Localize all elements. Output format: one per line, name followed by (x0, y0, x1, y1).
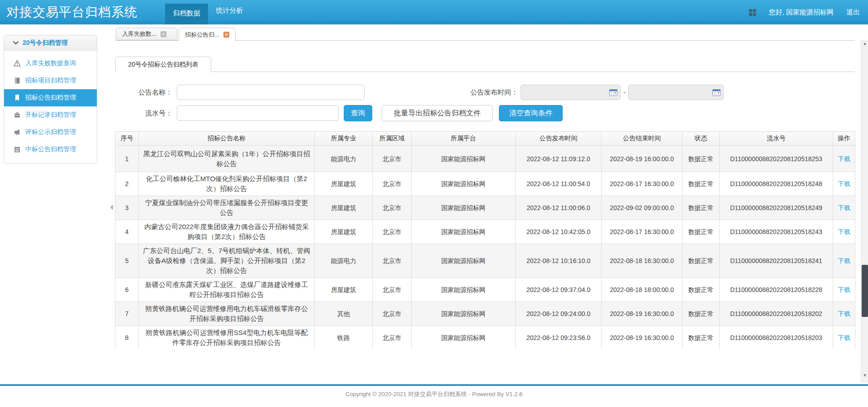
cell-status: 数据正常 (683, 146, 720, 172)
sidebar-item-label: 招标项目归档管理 (25, 77, 76, 85)
sidebar-group-header[interactable]: 20号令归档管理 (4, 35, 97, 51)
sidebar-item-failed-data-query[interactable]: 入库失败数据查询 (4, 55, 97, 72)
cell-announcement-name: 黑龙江公司双鸭山公司尿素采购（1年）公开招标项目招标公告 (139, 146, 315, 172)
cell-platform: 国家能源招标网 (412, 146, 516, 172)
cell-platform: 国家能源招标网 (412, 244, 516, 278)
cell-publish-time: 2022-08-12 09:24:00.0 (516, 302, 602, 326)
cell-seq: 2 (115, 172, 139, 196)
cell-serial: D1100000088202208120518249 (720, 196, 833, 220)
bookmark-icon (14, 94, 21, 101)
cell-status: 数据正常 (683, 278, 720, 302)
cell-action: 下载 (833, 220, 855, 244)
announcement-name-input[interactable] (177, 85, 365, 100)
cell-announcement-name: 宁夏煤业煤制油分公司带压堵漏服务公开招标项目变更公告 (139, 196, 315, 220)
navbar-right: 您好, 国家能源招标网 退出 (749, 0, 860, 24)
tab-label: 招标公告归... (185, 31, 219, 39)
col-header-status: 状态 (683, 132, 720, 146)
sidebar-item-award-announcement-archive[interactable]: 中标公告归档管理 (4, 141, 97, 158)
cell-end-time: 2022-08-19 16:30:00.0 (602, 302, 683, 326)
vertical-scrollbar[interactable]: ▲ ▼ (861, 40, 868, 383)
col-header-action: 操作 (833, 132, 855, 146)
cell-end-time: 2022-08-17 16:30:00.0 (602, 172, 683, 196)
scroll-down-icon[interactable]: ▼ (861, 372, 868, 379)
cell-major: 能源电力 (315, 244, 373, 278)
chevron-down-icon (13, 41, 19, 45)
sidebar-item-tender-announcement-archive[interactable]: 招标公告归档管理 (4, 89, 97, 106)
publish-time-label: 公告发布时间： (459, 85, 518, 100)
download-link[interactable]: 下载 (838, 310, 850, 317)
footer-copyright: Copyright © 2020-2021 对接交易平台归档系统 - Power… (0, 390, 868, 398)
nav-item-archive-data[interactable]: 归档数据 (165, 4, 208, 24)
download-link[interactable]: 下载 (838, 228, 850, 235)
cell-seq: 7 (115, 302, 139, 326)
publish-time-start-input[interactable] (521, 85, 621, 100)
cell-publish-time: 2022-08-12 11:00:54.0 (516, 172, 602, 196)
sidebar-collapse-arrow-icon[interactable] (110, 205, 113, 210)
table-row: 1 黑龙江公司双鸭山公司尿素采购（1年）公开招标项目招标公告 能源电力 北京市 … (115, 146, 855, 172)
sidebar-group-label: 20号令归档管理 (23, 39, 68, 47)
serial-number-input[interactable] (177, 105, 339, 121)
col-header-serial: 流水号 (720, 132, 833, 146)
cell-region: 北京市 (373, 302, 412, 326)
tab-tender-announcement[interactable]: 招标公告归... ✕ (179, 28, 236, 41)
sidebar-item-label: 入库失败数据查询 (25, 59, 76, 67)
cell-major: 房屋建筑 (315, 172, 373, 196)
cell-seq: 4 (115, 220, 139, 244)
scroll-up-icon[interactable]: ▲ (861, 40, 868, 47)
cell-seq: 8 (115, 326, 139, 350)
col-header-platform: 所属平台 (412, 132, 516, 146)
cell-publish-time: 2022-08-12 10:16:10.0 (516, 244, 602, 278)
clear-conditions-button[interactable]: 清空查询条件 (499, 105, 563, 121)
cell-region: 北京市 (373, 146, 412, 172)
cell-action: 下载 (833, 172, 855, 196)
batch-export-button[interactable]: 批量导出招标公告归档文件 (382, 105, 493, 121)
download-link[interactable]: 下载 (838, 286, 850, 293)
cell-status: 数据正常 (683, 172, 720, 196)
cell-announcement-name: 化工公司榆林化工MTO催化剂采购公开招标项目（第2次）招标公告 (139, 172, 315, 196)
cell-action: 下载 (833, 146, 855, 172)
sidebar-item-tender-project-archive[interactable]: 招标项目归档管理 (4, 72, 97, 89)
query-button[interactable]: 查询 (344, 105, 372, 121)
cell-platform: 国家能源招标网 (412, 172, 516, 196)
cell-publish-time: 2022-08-12 09:37:04.0 (516, 278, 602, 302)
cell-serial: D1100000088202208120518241 (720, 244, 833, 278)
apps-grid-icon[interactable] (749, 9, 756, 16)
logout-link[interactable]: 退出 (846, 8, 860, 17)
warning-icon (14, 60, 21, 67)
download-link[interactable]: 下载 (838, 334, 850, 341)
nav-item-statistics[interactable]: 统计分析 (208, 0, 251, 21)
calendar-icon[interactable] (712, 89, 721, 96)
cell-action: 下载 (833, 326, 855, 350)
download-link[interactable]: 下载 (838, 204, 850, 211)
col-header-end-time: 公告结束时间 (602, 132, 683, 146)
serial-number-label: 流水号： (118, 105, 172, 121)
sidebar-item-label: 评标公示归档管理 (25, 128, 76, 136)
download-link[interactable]: 下载 (838, 155, 850, 163)
col-header-major: 所属专业 (315, 132, 373, 146)
cell-serial: D1100000088202208120518202 (720, 302, 833, 326)
cell-status: 数据正常 (683, 220, 720, 244)
download-link[interactable]: 下载 (838, 180, 850, 187)
cell-publish-time: 2022-08-12 11:09:12.0 (516, 146, 602, 172)
cell-major: 房屋建筑 (315, 220, 373, 244)
tab-failed-data[interactable]: 入库失败数... ✕ (116, 28, 177, 40)
cell-status: 数据正常 (683, 326, 720, 350)
download-link[interactable]: 下载 (838, 257, 850, 264)
cell-platform: 国家能源招标网 (412, 220, 516, 244)
cell-end-time: 2022-08-19 16:00:00.0 (602, 146, 683, 172)
cell-platform: 国家能源招标网 (412, 302, 516, 326)
sidebar-item-bid-opening-record-archive[interactable]: 开标记录归档管理 (4, 106, 97, 124)
results-table: 序号 招标公告名称 所属专业 所属区域 所属平台 公告发布时间 公告结束时间 状… (115, 131, 855, 350)
navbar: 对接交易平台归档系统 归档数据 统计分析 您好, 国家能源招标网 退出 (0, 0, 868, 24)
sidebar-item-evaluation-publicity-archive[interactable]: 评标公示归档管理 (4, 124, 97, 141)
cell-serial: D1100000088202208120518228 (720, 278, 833, 302)
close-icon[interactable]: ✕ (223, 32, 229, 38)
cell-region: 北京市 (373, 326, 412, 350)
navbar-bottom-strip (0, 21, 868, 24)
scrollbar-thumb[interactable] (862, 265, 868, 317)
close-icon[interactable]: ✕ (161, 31, 166, 37)
publish-time-end-input[interactable] (628, 85, 724, 100)
calendar-icon[interactable] (609, 89, 617, 96)
megaphone-icon (14, 129, 21, 136)
tab-label: 入库失败数... (122, 30, 157, 38)
